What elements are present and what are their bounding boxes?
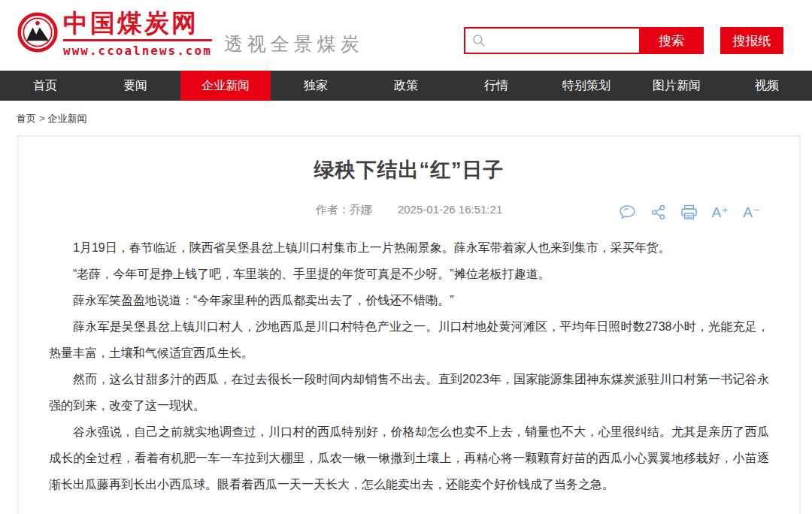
nav-item-首页[interactable]: 首页 <box>0 71 90 101</box>
article-meta: 作者：乔娜 2025-01-26 16:51:21 <box>49 203 769 222</box>
breadcrumb-item-首页[interactable]: 首页 <box>17 113 36 124</box>
article-paragraph: 然而，这么甘甜多汁的西瓜，在过去很长一段时间内却销售不出去。直到2023年，国家… <box>49 366 769 419</box>
article-paragraph: “老薛，今年可是挣上钱了吧，车里装的、手里提的年货可真是不少呀。”摊位老板打趣道… <box>49 261 769 287</box>
site-logo[interactable]: 中国煤炭网 www.ccoalnews.com 透视全景煤炭 <box>17 9 364 58</box>
breadcrumb: 首页>企业新闻 <box>17 112 812 125</box>
article-paragraph: 薛永军是吴堡县岔上镇川口村人，沙地西瓜是川口村特色产业之一。川口村地处黄河滩区，… <box>49 313 769 366</box>
site-header: 中国煤炭网 www.ccoalnews.com 透视全景煤炭 搜索 搜报纸 <box>0 0 812 71</box>
search-input-box[interactable] <box>464 27 639 54</box>
site-title: 中国煤炭网 <box>63 9 212 38</box>
nav-item-行情[interactable]: 行情 <box>451 71 541 101</box>
font-decrease-button[interactable]: A⁻ <box>743 203 760 221</box>
search-button[interactable]: 搜索 <box>639 27 704 54</box>
article-paragraph: 谷永强说，自己之前就实地调查过，川口村的西瓜特别好，价格却怎么也卖不上去，销量也… <box>49 419 769 497</box>
search-newspaper-button[interactable]: 搜报纸 <box>720 27 783 54</box>
breadcrumb-item-企业新闻[interactable]: 企业新闻 <box>48 113 87 124</box>
article-paragraph: 1月19日，春节临近，陕西省吴堡县岔上镇川口村集市上一片热闹景象。薛永军带着家人… <box>49 234 769 261</box>
coal-emblem-icon <box>17 11 59 53</box>
print-icon[interactable] <box>680 203 698 221</box>
article-container: 绿秧下结出“红”日子 作者：乔娜 2025-01-26 16:51:21 <box>17 135 801 514</box>
article-paragraph: 薛永军笑盈盈地说道：“今年家里种的西瓜都卖出去了，价钱还不错嘞。” <box>49 287 769 313</box>
main-nav: 首页要闻企业新闻独家政策行情特别策划图片新闻视频 <box>0 71 812 101</box>
share-icon[interactable] <box>650 203 666 221</box>
nav-item-特别策划[interactable]: 特别策划 <box>541 71 632 101</box>
site-tagline: 透视全景煤炭 <box>224 32 364 56</box>
nav-item-图片新闻[interactable]: 图片新闻 <box>632 71 722 101</box>
article-tools: A⁺ A⁻ <box>619 203 760 221</box>
logo-underline <box>63 39 212 41</box>
article-title: 绿秧下结出“红”日子 <box>49 156 769 183</box>
article-body: 1月19日，春节临近，陕西省吴堡县岔上镇川口村集市上一片热闹景象。薛永军带着家人… <box>49 234 769 497</box>
nav-item-企业新闻[interactable]: 企业新闻 <box>180 71 271 101</box>
font-increase-button[interactable]: A⁺ <box>712 203 729 221</box>
comment-icon[interactable] <box>619 203 636 221</box>
nav-item-要闻[interactable]: 要闻 <box>90 71 180 101</box>
article-author: 作者：乔娜 <box>316 203 372 216</box>
nav-item-独家[interactable]: 独家 <box>271 71 361 101</box>
breadcrumb-separator: > <box>39 113 45 124</box>
site-url: www.ccoalnews.com <box>63 44 212 58</box>
nav-item-政策[interactable]: 政策 <box>361 71 451 101</box>
search-input[interactable] <box>486 30 639 51</box>
search-icon <box>471 33 486 48</box>
nav-item-视频[interactable]: 视频 <box>722 71 812 101</box>
search-area: 搜索 搜报纸 <box>464 27 783 54</box>
article-date: 2025-01-26 16:51:21 <box>398 203 502 216</box>
